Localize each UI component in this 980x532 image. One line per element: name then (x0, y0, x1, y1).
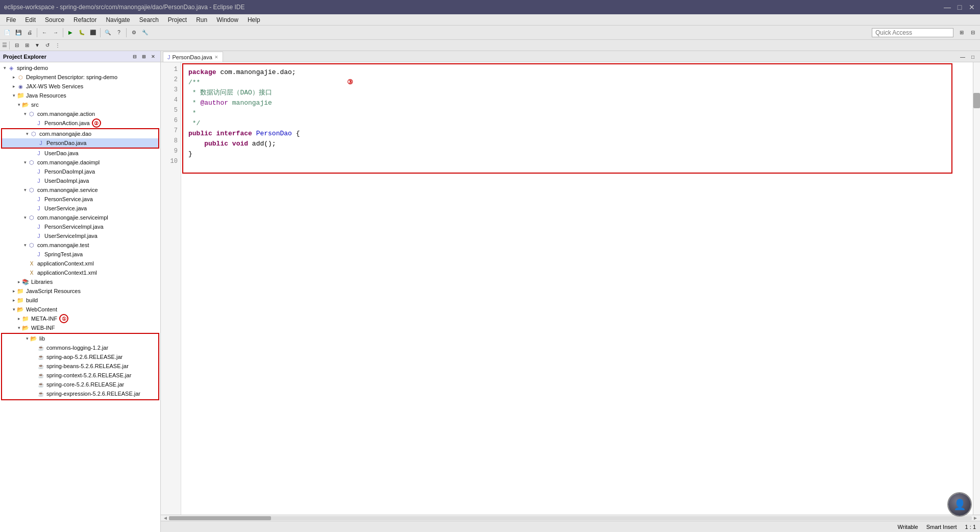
toolbar-run[interactable]: ▶ (65, 28, 76, 38)
menu-navigate[interactable]: Navigate (102, 15, 134, 25)
toolbar-print[interactable]: 🖨 (24, 28, 35, 38)
h-scrollbar[interactable]: ◄ ► (161, 515, 980, 521)
code-content[interactable]: package com.manongajie.dao; /** ③ * 数据访问… (184, 65, 950, 172)
scrollbar-thumb[interactable] (973, 93, 980, 108)
expand-webcontent[interactable]: ▾ (11, 307, 16, 312)
expand-src[interactable]: ▾ (16, 102, 21, 107)
toolbar-misc2[interactable]: 🔧 (140, 28, 150, 38)
tree-item-person-dao-impl[interactable]: ▸ J PersonDaoImpl.java (0, 167, 160, 176)
quick-access-input[interactable] (872, 28, 953, 37)
collapse-all[interactable]: ⊟ (12, 40, 22, 51)
toolbar-save[interactable]: 💾 (13, 28, 23, 38)
expand-js[interactable]: ▸ (11, 288, 16, 294)
expand-build[interactable]: ▸ (11, 298, 16, 303)
minimize-button[interactable]: — (943, 3, 951, 11)
tree-item-app-context[interactable]: ▸ X applicationContext.xml (0, 259, 160, 268)
close-button[interactable]: ✕ (968, 3, 976, 11)
tree-item-web-inf[interactable]: ▾ 📂 WEB-INF (0, 323, 160, 332)
tree-item-user-dao[interactable]: ▸ J UserDao.java (0, 149, 160, 158)
h-scroll-track[interactable] (169, 516, 972, 520)
explorer-close[interactable]: ✕ (149, 53, 157, 61)
tree-item-spring-expression[interactable]: ▸ ☕ spring-expression-5.2.6.RELEASE.jar (2, 389, 158, 398)
tree-item-meta-inf[interactable]: ▸ 📁 META-INF ① (0, 314, 160, 323)
toolbar-perspective1[interactable]: ⊞ (957, 28, 967, 38)
scroll-right[interactable]: ► (973, 515, 978, 521)
tree-item-daoimpl-pkg[interactable]: ▾ ⬡ com.manongajie.daoimpl (0, 158, 160, 167)
tree-item-java-resources[interactable]: ▾ 📁 Java Resources (0, 91, 160, 100)
tree-item-person-service-impl[interactable]: ▸ J PersonServiceImpl.java (0, 222, 160, 231)
toolbar-search[interactable]: 🔍 (103, 28, 113, 38)
tree-item-spring-demo[interactable]: ▾ ◈ spring-demo (0, 63, 160, 72)
h-scroll-thumb[interactable] (169, 516, 271, 520)
tree-item-js-resources[interactable]: ▸ 📁 JavaScript Resources (0, 286, 160, 296)
expand-serviceimpl[interactable]: ▾ (22, 215, 28, 220)
right-scrollbar[interactable] (973, 62, 980, 515)
tree-item-lib[interactable]: ▾ 📂 lib (2, 334, 158, 343)
scroll-left[interactable]: ◄ (163, 515, 168, 521)
expand-dao[interactable]: ▾ (24, 131, 30, 136)
more-btn[interactable]: ⋮ (53, 40, 63, 51)
tree-item-user-service-impl[interactable]: ▸ J UserServiceImpl.java (0, 231, 160, 240)
expand-all[interactable]: ⊞ (22, 40, 32, 51)
menu-edit[interactable]: Edit (21, 15, 40, 25)
minimize-editor[interactable]: — (958, 52, 968, 62)
toolbar-perspective2[interactable]: ⊟ (968, 28, 978, 38)
tab-close-btn[interactable]: ✕ (214, 55, 218, 60)
menu-run[interactable]: Run (192, 15, 211, 25)
menu-help[interactable]: Help (243, 15, 264, 25)
tree-item-person-dao[interactable]: ▸ J PersonDao.java (2, 138, 158, 148)
tree-item-build[interactable]: ▸ 📁 build (0, 296, 160, 305)
maximize-editor[interactable]: □ (968, 52, 978, 62)
tree-item-libraries[interactable]: ▸ 📚 Libraries (0, 277, 160, 286)
toolbar-back[interactable]: ← (39, 28, 50, 38)
toolbar-stop[interactable]: ⬛ (88, 28, 98, 38)
tree-item-serviceimpl-pkg[interactable]: ▾ ⬡ com.manongajie.serviceimpl (0, 213, 160, 222)
toolbar-debug[interactable]: 🐛 (77, 28, 87, 38)
explorer-menu[interactable]: ⊞ (140, 53, 148, 61)
tree-item-app-context1[interactable]: ▸ X applicationContext1.xml (0, 268, 160, 277)
filter-btn[interactable]: ▼ (32, 40, 42, 51)
tree-item-user-dao-impl[interactable]: ▸ J UserDaoImpl.java (0, 176, 160, 185)
tree-item-jaxws[interactable]: ▸ ◉ JAX-WS Web Services (0, 82, 160, 91)
expand-lib[interactable]: ▾ (24, 336, 30, 341)
tree-item-spring-context[interactable]: ▸ ☕ spring-context-5.2.6.RELEASE.jar (2, 371, 158, 380)
expand-deployment[interactable]: ▸ (11, 75, 16, 80)
sync-btn[interactable]: ↺ (42, 40, 53, 51)
expand-daoimpl[interactable]: ▾ (22, 160, 28, 165)
menu-refactor[interactable]: Refactor (69, 15, 101, 25)
tree-item-dao-pkg[interactable]: ▾ ⬡ com.manongajie.dao (2, 129, 158, 138)
tree-item-spring-core[interactable]: ▸ ☕ spring-core-5.2.6.RELEASE.jar (2, 380, 158, 389)
expand-spring-demo[interactable]: ▾ (2, 65, 7, 70)
tree-item-spring-beans[interactable]: ▸ ☕ spring-beans-5.2.6.RELEASE.jar (2, 361, 158, 371)
menu-project[interactable]: Project (164, 15, 191, 25)
tree-item-action-pkg[interactable]: ▾ ⬡ com.manongajie.action (0, 109, 160, 118)
menu-file[interactable]: File (2, 15, 20, 25)
expand-libraries[interactable]: ▸ (16, 279, 21, 284)
tree-item-deployment[interactable]: ▸ ⬡ Deployment Descriptor: spring-demo (0, 72, 160, 82)
tree-item-user-service[interactable]: ▸ J UserService.java (0, 204, 160, 213)
tree-item-person-action[interactable]: ▸ J PersonAction.java ② (0, 118, 160, 128)
tree-item-webcontent[interactable]: ▾ 📂 WebContent (0, 305, 160, 314)
expand-java-resources[interactable]: ▾ (11, 93, 16, 98)
maximize-button[interactable]: □ (955, 3, 964, 11)
tree-item-src[interactable]: ▾ 📂 src (0, 100, 160, 109)
tree-item-test-pkg[interactable]: ▾ ⬡ com.manongajie.test (0, 240, 160, 250)
menu-source[interactable]: Source (41, 15, 68, 25)
tree-item-spring-aop[interactable]: ▸ ☕ spring-aop-5.2.6.RELEASE.jar (2, 352, 158, 361)
expand-web-inf[interactable]: ▾ (16, 325, 21, 330)
editor-tab-person-dao[interactable]: J PersonDao.java ✕ (163, 52, 223, 62)
tree-container[interactable]: ▾ ◈ spring-demo ▸ ⬡ Deployment Descripto… (0, 62, 160, 532)
expand-jaxws[interactable]: ▸ (11, 84, 16, 89)
toolbar-misc1[interactable]: ⚙ (129, 28, 139, 38)
toolbar-new[interactable]: 📄 (2, 28, 12, 38)
menu-search[interactable]: Search (135, 15, 163, 25)
tree-item-person-service[interactable]: ▸ J PersonService.java (0, 195, 160, 204)
tree-item-commons-logging[interactable]: ▸ ☕ commons-logging-1.2.jar (2, 343, 158, 352)
tree-item-spring-test[interactable]: ▸ J SpringTest.java (0, 250, 160, 259)
expand-action[interactable]: ▾ (22, 111, 28, 116)
explorer-collapse[interactable]: ⊟ (131, 53, 139, 61)
toolbar-help[interactable]: ? (114, 28, 124, 38)
code-editor[interactable]: 1 2 3 4 5 6 7 8 9 10 package com.manonga… (161, 62, 980, 515)
menu-window[interactable]: Window (212, 15, 242, 25)
tree-item-service-pkg[interactable]: ▾ ⬡ com.manongajie.service (0, 185, 160, 195)
